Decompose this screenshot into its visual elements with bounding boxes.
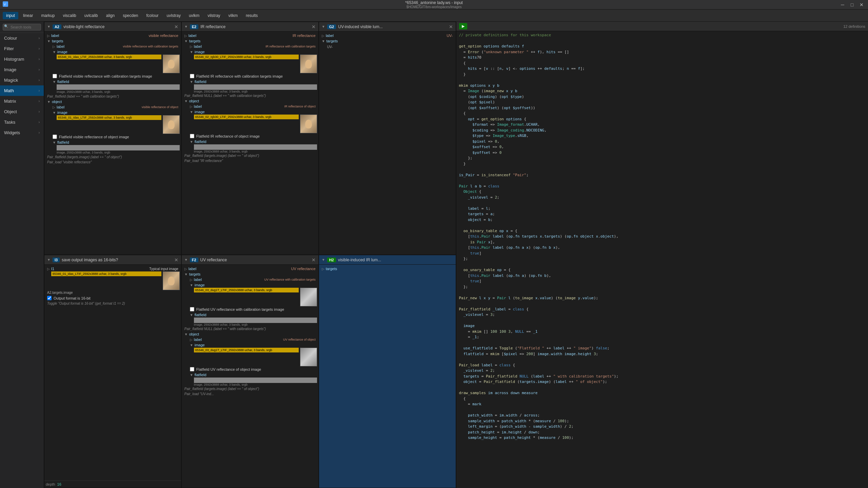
sidebar-item-filter[interactable]: Filter › bbox=[0, 43, 44, 54]
thumb-F-object bbox=[300, 348, 317, 366]
arrow-icon: › bbox=[39, 120, 40, 124]
arrow-icon: › bbox=[39, 99, 40, 103]
output-format-checkbox[interactable] bbox=[47, 296, 52, 300]
pair-load-A-targets: Pair_flatfield (label ++ " with calibrat… bbox=[46, 94, 180, 99]
panel-close-G[interactable]: ✕ bbox=[449, 24, 453, 29]
output-toggle-I: Toggle "Output format is 16-bit" (get_fo… bbox=[46, 301, 180, 306]
panel-E: ▼ E2 IR reflectance ✕ ▷ label IR reflect… bbox=[181, 22, 319, 255]
content-area: ▼ A2 visible-light reflectance ✕ ▷ label… bbox=[44, 22, 456, 488]
code-editor-body[interactable]: // private definitions for this workspac… bbox=[456, 31, 868, 488]
thumb-A-targets bbox=[163, 55, 180, 73]
flatfield-checkbox-F-object[interactable] bbox=[190, 367, 194, 371]
menu-item-results[interactable]: results bbox=[242, 12, 261, 19]
flatfield-checkbox-E-targets[interactable] bbox=[190, 74, 194, 78]
flatfield-checkbox-A-object[interactable] bbox=[53, 135, 57, 139]
menu-item-vilkm[interactable]: vilkm bbox=[225, 12, 241, 19]
sidebar-item-colour[interactable]: Colour › bbox=[0, 33, 44, 43]
collapse-btn-H[interactable]: ▼ bbox=[322, 258, 325, 262]
menu-item-uvlstray[interactable]: uvlstray bbox=[163, 12, 184, 19]
menu-item-markup[interactable]: markup bbox=[38, 12, 58, 19]
menu-item-specden[interactable]: specden bbox=[119, 12, 141, 19]
panel-close-A[interactable]: ✕ bbox=[174, 24, 178, 29]
tree-row-object-A[interactable]: ▼ object bbox=[46, 99, 180, 104]
app-icon: V bbox=[3, 1, 8, 8]
file-bar-F-targets: 65346_03_dug1T_LTIF_2592x3888 uchar, 3 b… bbox=[194, 288, 299, 292]
sidebar-item-widgets[interactable]: Widgets › bbox=[0, 127, 44, 138]
sidebar-item-tasks[interactable]: Tasks › bbox=[0, 117, 44, 127]
panel-G: ▼ G2 UV-induced visible lum... ✕ ▷ label… bbox=[319, 22, 456, 255]
flatfield-checkbox-F-targets[interactable] bbox=[190, 307, 194, 311]
menu-item-uvlcalib[interactable]: uvlcalib bbox=[81, 12, 101, 19]
panel-H-header: ▼ H2 visible-induced IR lum... bbox=[319, 255, 456, 265]
collapse-btn-G[interactable]: ▼ bbox=[322, 25, 325, 28]
sidebar-item-math[interactable]: Math › bbox=[0, 85, 44, 96]
arrow-icon: › bbox=[39, 89, 40, 93]
menu-item-viscalib[interactable]: viscalib bbox=[59, 12, 79, 19]
menu-item-uvlkm[interactable]: uvlkm bbox=[185, 12, 203, 19]
panel-id-A: A2 bbox=[53, 24, 61, 29]
arrow-icon: › bbox=[39, 47, 40, 50]
pair-load-F: Pair_load "UV-ind... bbox=[183, 391, 317, 396]
panel-title-H: visible-induced IR lum... bbox=[338, 258, 381, 262]
menu-item-linear[interactable]: linear bbox=[20, 12, 36, 19]
close-btn[interactable]: ✕ bbox=[858, 1, 865, 8]
maximize-btn[interactable]: □ bbox=[848, 1, 856, 8]
menu-item-fcolour[interactable]: fcolour bbox=[143, 12, 162, 19]
output-format-I: Output format is 16-bit bbox=[46, 295, 180, 301]
sidebar-item-object[interactable]: Object › bbox=[0, 106, 44, 117]
tree-row-label: ▷ label visible reflectance bbox=[46, 33, 180, 38]
thumb-I bbox=[163, 271, 180, 290]
thumb-E-object bbox=[300, 115, 317, 133]
flatfield-checkbox-E-object[interactable] bbox=[190, 134, 194, 138]
minimize-btn[interactable]: ─ bbox=[839, 1, 846, 8]
panel-id-F: F2 bbox=[190, 258, 198, 262]
panel-G-body: ▷ label UV- ▼ targets UV- bbox=[319, 32, 456, 255]
collapse-btn-F[interactable]: ▼ bbox=[184, 258, 188, 262]
pair-load-E-object: Pair_flatfield (targets.image) (label ++… bbox=[183, 153, 317, 158]
collapse-btn-A[interactable]: ▼ bbox=[47, 25, 51, 28]
search-input[interactable] bbox=[3, 24, 41, 30]
collapse-btn-E[interactable]: ▼ bbox=[184, 25, 188, 28]
menu-item-vilstray[interactable]: vilstray bbox=[204, 12, 223, 19]
panel-E-header: ▼ E2 IR reflectance ✕ bbox=[182, 22, 318, 32]
panel-title-G: UV-induced visible lum... bbox=[338, 24, 382, 29]
panel-A: ▼ A2 visible-light reflectance ✕ ▷ label… bbox=[44, 22, 181, 255]
sidebar: Colour › Filter › Histogram › Image › Ma… bbox=[0, 22, 44, 488]
panel-close-E[interactable]: ✕ bbox=[312, 24, 316, 29]
panel-G-header: ▼ G2 UV-induced visible lum... ✕ bbox=[319, 22, 456, 32]
panel-id-G: G2 bbox=[327, 24, 336, 29]
panel-close-F[interactable]: ✕ bbox=[312, 257, 316, 263]
file-bar-A-targets: 65346_01_idas_LTIF_2592x3888 uchar, 3 ba… bbox=[57, 55, 161, 59]
file-bar-F-object: 65346_03_dug1T_LTIF_2592x3888 uchar, 3 b… bbox=[194, 348, 299, 352]
flatfield-checkbox-A-targets[interactable] bbox=[53, 74, 57, 78]
pair-load-E-targets: Pair_flatfield NULL (label ++ " with cal… bbox=[183, 93, 317, 98]
run-button[interactable]: ▶ bbox=[459, 23, 467, 29]
sidebar-item-histogram[interactable]: Histogram › bbox=[0, 54, 44, 64]
panel-A-body: ▷ label visible reflectance ▼ targets ▷ … bbox=[44, 32, 181, 255]
window-path: $HOME/GIT/bm-workspaces/images bbox=[405, 5, 463, 9]
sidebar-item-image[interactable]: Image › bbox=[0, 64, 44, 75]
sidebar-item-matrix[interactable]: Matrix › bbox=[0, 96, 44, 106]
pair-load-A: Pair_load "visible reflectance" bbox=[46, 160, 180, 165]
pair-load-A-object: Pair_flatfield (targets.image) (label ++… bbox=[46, 155, 180, 160]
menu-item-align[interactable]: align bbox=[103, 12, 118, 19]
thumb-F-targets bbox=[300, 288, 317, 306]
panel-H: ▼ H2 visible-induced IR lum... ▷ targets bbox=[319, 255, 456, 488]
panel-A-header: ▼ A2 visible-light reflectance ✕ bbox=[44, 22, 181, 32]
tree-row-targets[interactable]: ▼ targets bbox=[46, 38, 180, 44]
pair-load-E: Pair_load "IR reflectance" bbox=[183, 158, 317, 163]
file-bar-E-targets: 65346_02_rgb30_LTIF_2592x3888 uchar, 3 b… bbox=[194, 55, 299, 59]
file-bar-A-object: 65346_01_idas_LTIF_2592x3888 uchar, 3 ba… bbox=[57, 115, 161, 120]
panel-I-bottom: depth 16 bbox=[44, 481, 181, 488]
uv-targets-placeholder: UV- bbox=[326, 44, 454, 50]
sidebar-item-magick[interactable]: Magick › bbox=[0, 75, 44, 85]
menu-item-input[interactable]: input bbox=[3, 12, 18, 19]
search-wrap bbox=[3, 24, 41, 30]
panel-title-I: save output images as 16-bits? bbox=[62, 258, 118, 262]
pair-load-F-targets: Pair_flatfield NULL (label ++ " with cal… bbox=[183, 326, 317, 331]
collapse-btn-I[interactable]: ▼ bbox=[47, 258, 51, 262]
title-bar-path: *65346_antonine lady.ws - input $HOME/GI… bbox=[405, 0, 463, 9]
pair-load-F-object: Pair_flatfield (targets.image) (label ++… bbox=[183, 386, 317, 391]
panel-id-I: I3 bbox=[53, 258, 60, 262]
panel-close-I[interactable]: ✕ bbox=[174, 257, 178, 263]
